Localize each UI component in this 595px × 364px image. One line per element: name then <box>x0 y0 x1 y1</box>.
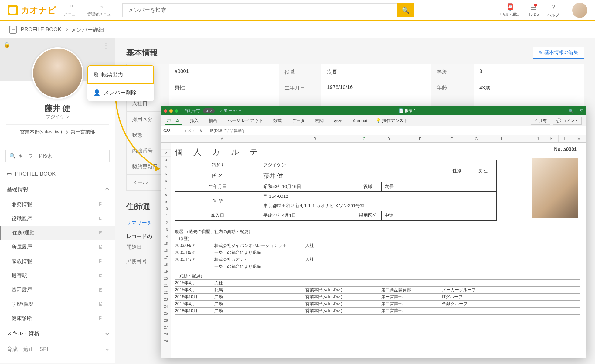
row-header[interactable]: 28 <box>161 331 171 338</box>
row-header[interactable]: 25 <box>161 310 171 317</box>
history-cell: 2015年4月 <box>175 280 214 286</box>
row-header[interactable]: 9 <box>161 198 171 205</box>
row-header[interactable]: 24 <box>161 303 171 310</box>
field-label: 生年月日 <box>279 80 321 96</box>
sidebar-item[interactable]: 役職履歴🗎 <box>0 211 115 226</box>
row-header[interactable]: 8 <box>161 191 171 198</box>
ribbon-tab[interactable]: ホーム <box>165 116 182 125</box>
nav-section-skill[interactable]: スキル・資格 <box>0 325 115 341</box>
delete-member-item[interactable]: 👤 メンバー削除 <box>87 84 154 101</box>
summary-link[interactable]: サマリーを <box>126 216 152 230</box>
edit-basic-button[interactable]: ✎ 基本情報の編集 <box>533 47 584 59</box>
col-header[interactable]: E <box>405 135 435 142</box>
col-header[interactable]: G <box>468 135 484 142</box>
kebab-menu[interactable]: ⋮ <box>102 41 110 50</box>
app-header: カオナビ ⠿ メニュー ⚙ 管理者メニュー 🔍 📮 申請・届出 ☰ To Do … <box>0 0 595 21</box>
nav-profilebook[interactable]: ▭ PROFILE BOOK <box>0 166 115 181</box>
comment-button[interactable]: 💬 コメント <box>553 117 582 125</box>
row-header[interactable]: 18 <box>161 261 171 268</box>
row-header[interactable]: 26 <box>161 317 171 324</box>
admin-menu-button[interactable]: ⚙ 管理者メニュー <box>87 3 115 17</box>
row-header[interactable]: 13 <box>161 226 171 233</box>
assist-button[interactable]: 💡 操作アシスト <box>376 118 408 123</box>
row-header[interactable]: 10 <box>161 205 171 212</box>
search-icon[interactable]: 🔍 <box>569 109 573 113</box>
row-header[interactable]: 29 <box>161 338 171 345</box>
nav-section-basic[interactable]: 基礎情報 <box>0 181 115 197</box>
ribbon-tab[interactable]: 描画 <box>207 117 219 125</box>
history-cell <box>442 250 503 255</box>
col-header[interactable]: M <box>572 135 586 142</box>
help-button[interactable]: ？ ヘルプ <box>547 3 559 18</box>
col-header[interactable]: L <box>559 135 572 142</box>
export-report-item[interactable]: ⎘ 帳票出力 <box>87 65 154 84</box>
col-header[interactable]: A <box>170 135 274 142</box>
sidebar-item[interactable]: 最寄駅🗎 <box>0 268 115 283</box>
row-header[interactable]: 3 <box>161 157 171 163</box>
row-header[interactable]: 21 <box>161 282 171 289</box>
minimize-dot[interactable] <box>169 109 173 113</box>
close-dot[interactable] <box>164 109 167 113</box>
cell-reference[interactable]: C38 <box>161 128 182 133</box>
col-header[interactable]: H <box>484 135 517 142</box>
row-header[interactable]: 20 <box>161 275 171 282</box>
ribbon-tab[interactable]: 校閲 <box>313 117 325 125</box>
row-header[interactable]: 17 <box>161 254 171 261</box>
col-header[interactable]: J <box>531 135 545 142</box>
ribbon-tab[interactable]: 表示 <box>332 117 344 125</box>
col-header[interactable]: K <box>545 135 559 142</box>
formula-input[interactable]: =IF(D38="","","異動") <box>205 128 247 133</box>
row-header[interactable]: 15 <box>161 240 171 247</box>
ribbon-tab[interactable]: 挿入 <box>188 117 200 125</box>
col-header[interactable]: D <box>372 135 405 142</box>
share-button[interactable]: ↗ 共有 <box>531 117 550 125</box>
row-header[interactable]: 1 <box>161 143 171 150</box>
sidebar-item[interactable]: 兼務情報🗎 <box>0 197 115 211</box>
search-input[interactable] <box>122 3 397 17</box>
col-header[interactable]: C <box>356 135 372 142</box>
spreadsheet-area[interactable]: 個 人 カ ル テ No. a0001 ﾌﾘｶﾞﾅフジイケン性別男性 氏 名藤井… <box>171 143 586 358</box>
ribbon-tab[interactable]: ページ レイアウト <box>226 117 265 125</box>
row-header[interactable]: 5 <box>161 170 171 177</box>
row-header[interactable]: 12 <box>161 219 171 226</box>
row-header[interactable]: 23 <box>161 296 171 303</box>
sidebar-item[interactable]: 賞罰履歴🗎 <box>0 283 115 297</box>
row-header[interactable]: 7 <box>161 184 171 191</box>
row-header[interactable]: 19 <box>161 268 171 275</box>
sidebar-item[interactable]: 学歴/職歴🗎 <box>0 297 115 311</box>
history-cell: 2017年4月 <box>175 301 214 307</box>
row-header[interactable]: 2 <box>161 150 171 157</box>
dept-child[interactable]: 第一営業部 <box>71 129 95 134</box>
brand-logo[interactable]: カオナビ <box>8 5 56 16</box>
todo-button[interactable]: ☰ To Do <box>529 4 539 17</box>
section-title: 基本情報 <box>126 47 158 58</box>
user-avatar[interactable] <box>572 3 587 18</box>
col-header[interactable]: I <box>517 135 531 142</box>
row-header[interactable]: 22 <box>161 289 171 296</box>
row-header[interactable]: 4 <box>161 163 171 170</box>
maximize-dot[interactable] <box>175 109 178 113</box>
sidebar-item[interactable]: 所属履歴🗎 <box>0 240 115 254</box>
dept-parent[interactable]: 営業本部(salesDiv.) <box>20 129 62 134</box>
sidebar-item[interactable]: 健康診断🗎 <box>0 311 115 325</box>
search-button[interactable]: 🔍 <box>397 3 414 17</box>
row-header[interactable]: 27 <box>161 324 171 331</box>
row-header[interactable]: 11 <box>161 212 171 219</box>
menu-button[interactable]: ⠿ メニュー <box>64 3 80 17</box>
sidebar-item[interactable]: 家族情報🗎 <box>0 254 115 268</box>
sidebar-item[interactable]: 住所/通勤🗎 <box>0 226 115 240</box>
ribbon-tab[interactable]: 数式 <box>271 117 284 125</box>
ribbon-tab[interactable]: Acrobat <box>351 117 369 124</box>
col-header[interactable]: B <box>274 135 356 142</box>
apply-button[interactable]: 📮 申請・届出 <box>500 3 520 17</box>
nav-section-grow[interactable]: 育成・適正・SPI <box>0 341 115 357</box>
share-icon[interactable]: ⇱ <box>580 109 583 113</box>
row-header[interactable]: 16 <box>161 247 171 254</box>
col-header[interactable]: F <box>435 135 468 142</box>
keyword-input[interactable] <box>18 153 106 159</box>
row-header[interactable]: 14 <box>161 233 171 240</box>
breadcrumb-root[interactable]: PROFILE BOOK <box>21 26 61 33</box>
row-header[interactable]: 6 <box>161 177 171 184</box>
ribbon-tab[interactable]: データ <box>290 117 307 125</box>
autosave-toggle[interactable]: オフ <box>203 108 215 113</box>
